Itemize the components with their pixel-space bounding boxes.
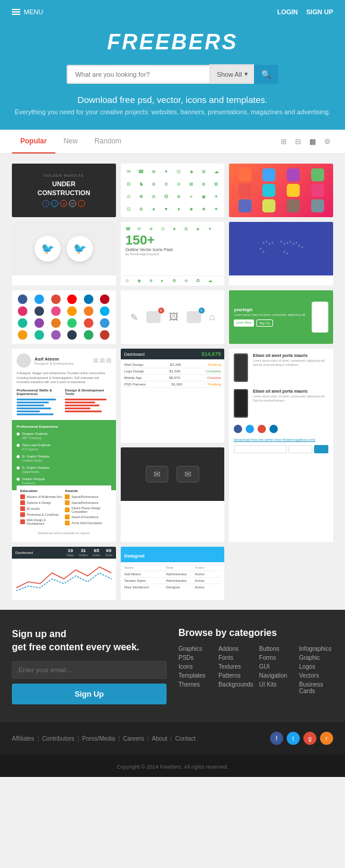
svg-point-15 (286, 253, 288, 255)
view-grid-large-icon[interactable]: ▦ (307, 136, 318, 147)
cat-graphics[interactable]: Graphics (178, 645, 212, 652)
cat-forms[interactable]: Forms (259, 654, 293, 661)
email-input[interactable] (12, 661, 167, 679)
social-footer-rss[interactable]: r (320, 732, 333, 745)
footer-about[interactable]: About (148, 735, 171, 742)
award-text-3: Eleven Places Design Competition (71, 506, 107, 513)
card-dashboard[interactable]: Dashboard $14,679 Web Design $3,200 Pend… (121, 349, 225, 443)
card-phones[interactable]: Etiam sit amet porta mauris Lorem ipsum … (229, 349, 333, 542)
phone-desc-1: Lorem ipsum dolor sit amet, consectetur … (253, 359, 328, 367)
tab-new[interactable]: New (55, 130, 86, 153)
search-icon: 🔍 (261, 70, 271, 79)
admin-cell-action-2: Active (195, 579, 221, 582)
cat-addons[interactable]: Addons (218, 645, 253, 652)
resume-header: Asif Aleem Designer & Entrepreneur (17, 353, 111, 368)
cat-graphic[interactable]: Graphic (299, 654, 333, 661)
footer-affiliates[interactable]: Affiliates (12, 735, 39, 742)
resume-reference: References will be available on request (17, 529, 111, 537)
phone-text-2: Etiam sit amet porta mauris Lorem ipsum … (253, 389, 328, 403)
cat-bizcard[interactable]: Business Cards (299, 681, 333, 694)
login-link[interactable]: LOGIN (277, 8, 298, 15)
exp-text-5: Graphic DesignerFreelance (22, 477, 45, 485)
ios-icon-7 (287, 184, 300, 197)
ios-icon-10 (262, 199, 275, 212)
award-item-2: SpecialPerformance (65, 500, 107, 505)
social-footer-twitter[interactable]: t (287, 732, 300, 745)
ios-icon-9 (239, 199, 252, 212)
social-extra3 (51, 318, 61, 328)
cat-textures[interactable]: Textures (218, 663, 253, 670)
analytics-chart-area (12, 559, 116, 596)
cat-navigation[interactable]: Navigation (259, 672, 293, 679)
browse-title: Browse by categories (178, 628, 333, 638)
cat-logos[interactable]: Logos (299, 663, 333, 670)
under-construction-thumb: GOLDEN WEBSITE UNDERCONSTRUCTION f t g i… (12, 164, 116, 217)
search-button[interactable]: 🔍 (254, 65, 278, 84)
dash-row-3: Mobile App $8,979 Overdue (124, 375, 221, 381)
admin-table: Name Role Action Asif Aleem Administrato… (121, 562, 225, 593)
signup-link[interactable]: SIGN UP (306, 8, 333, 15)
cat-backgrounds[interactable]: Backgrounds (218, 681, 253, 694)
cat-templates[interactable]: Templates (178, 672, 212, 679)
search-filter-label: Show All (217, 71, 242, 78)
card-resume[interactable]: Asif Aleem Designer & Entrepreneur A des… (12, 349, 116, 542)
edu-icon-5 (20, 519, 25, 524)
card-admin-table[interactable]: Datagrail Name Role Action Asif Aleem Ad… (121, 547, 225, 600)
site-title: FREEBERS (12, 30, 333, 55)
tab-popular[interactable]: Popular (12, 130, 55, 153)
chat-bubble-2 (187, 311, 201, 323)
chat-badge-2: 5 (199, 308, 205, 314)
cat-vectors[interactable]: Vectors (299, 672, 333, 679)
admin-col-name: Name (124, 566, 164, 569)
footer-careers[interactable]: Careers (120, 735, 149, 742)
tab-random[interactable]: Random (86, 130, 130, 153)
card-envelope-buttons[interactable]: ✉ ✉ (121, 447, 225, 541)
social-extra9 (51, 330, 61, 340)
resume-avatar (17, 353, 31, 368)
cat-uikits[interactable]: UI Kits (259, 681, 293, 694)
cat-patterns[interactable]: Patterns (218, 672, 253, 679)
uc-social-icons: f t g in r (42, 200, 85, 207)
footer-contributors[interactable]: Contributors (39, 735, 79, 742)
cat-buttons[interactable]: Buttons (259, 645, 293, 652)
signup-button[interactable]: Sign Up (12, 684, 167, 704)
view-grid-small-icon[interactable]: ⊟ (293, 136, 303, 147)
icons-pack-label: Outline Vector Icons Pack (126, 247, 220, 252)
stat-1-value: 19 (67, 548, 74, 553)
view-settings-icon[interactable]: ⚙ (322, 136, 333, 147)
search-input[interactable] (67, 65, 209, 84)
card-analytics[interactable]: Dashboard 19 Sales 31 Orders 65 Users (12, 547, 116, 600)
card-twitter-buttons[interactable]: 🐦 🐦 (12, 222, 116, 286)
card-mobile-app[interactable]: yourlogic Lorem ipsum dolor sit amet, co… (229, 290, 333, 344)
exp-item-1: Designer GraphisteABC Company (17, 432, 111, 440)
card-map[interactable] (229, 222, 333, 286)
cat-infographics[interactable]: Infographics (299, 645, 333, 652)
mobile-app-buttons: Learn More Sign Up (234, 319, 308, 327)
search-filter-dropdown[interactable]: Show All ▾ (209, 64, 253, 84)
card-150-icons[interactable]: ☎✉⊕⊡★⊞◈✦ 150+ Outline Vector Icons Pack … (121, 222, 225, 286)
env-btn-2: ✉ (177, 466, 199, 482)
cat-psds[interactable]: PSDs (178, 654, 212, 661)
phone-title-2: Etiam sit amet porta mauris (253, 389, 328, 393)
card-icons-outline[interactable]: ✉☎⊕✦⊡◈⊞☁ ⊟♞⊛⊜⊝⊠⊗✿ ⊙❋⊚✪⊕⋄◉✈ ⊡⊗♠♥♦♣★✦ (121, 164, 225, 217)
cat-fonts[interactable]: Fonts (218, 654, 253, 661)
cat-icons[interactable]: Icons (178, 663, 212, 670)
exp-dot-2 (17, 444, 20, 447)
card-social-icons[interactable] (12, 290, 116, 344)
view-list-icon[interactable]: ⊞ (278, 136, 289, 147)
cat-themes[interactable]: Themes (178, 681, 212, 694)
social-footer-google[interactable]: g (303, 732, 316, 745)
admin-cell-role-2: Administrator (166, 579, 192, 582)
award-item-3: Eleven Places Design Competition (65, 506, 107, 513)
footer-contact[interactable]: Contact (171, 735, 199, 742)
card-under-construction[interactable]: GOLDEN WEBSITE UNDERCONSTRUCTION f t g i… (12, 164, 116, 217)
exp-dot-4 (17, 466, 20, 469)
social-footer-facebook[interactable]: f (270, 732, 283, 745)
card-chat-ui[interactable]: ✎ 8 🖼 5 ⌂ (121, 290, 225, 344)
menu-button[interactable]: MENU (12, 8, 43, 15)
card-ios-icons[interactable] (229, 164, 333, 217)
social-twitter (34, 294, 44, 304)
footer-press[interactable]: Press/Media (79, 735, 120, 742)
cat-gui[interactable]: GUI (259, 663, 293, 670)
dash-cell-1: Web Design (124, 363, 144, 366)
